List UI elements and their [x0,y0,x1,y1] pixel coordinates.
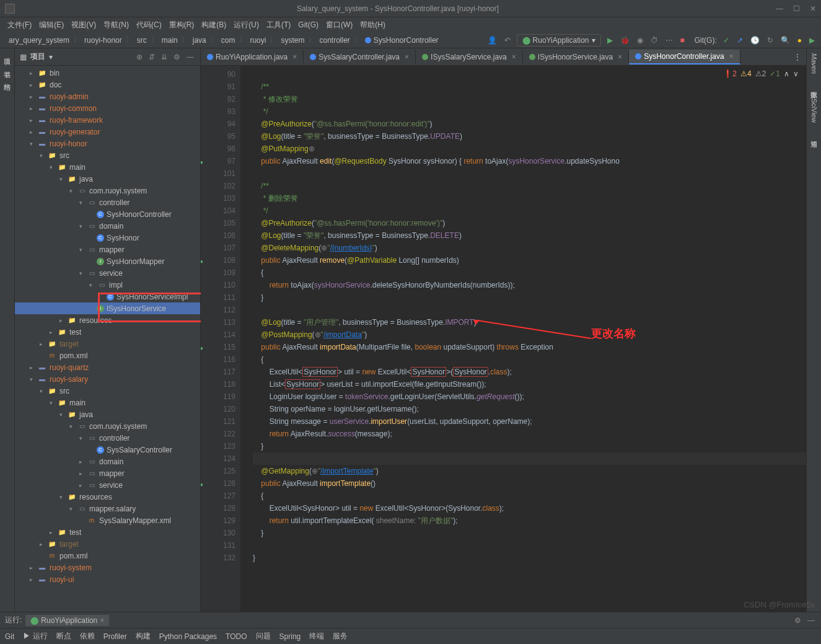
tree-item[interactable]: mSysSalaryMapper.xml [15,514,200,526]
breadcrumb-item[interactable]: ary_query_system [5,35,73,46]
tree-arrow-icon[interactable]: ▸ [40,341,47,347]
bottom-tab[interactable]: Git [5,632,14,641]
menu-item[interactable]: 编辑(E) [37,19,66,32]
bottom-tab[interactable]: 依赖 [80,631,95,642]
tree-item[interactable]: ▾▭service [15,267,200,279]
code-line[interactable]: { [253,490,806,502]
tree-item[interactable]: ▸▭service [15,479,200,491]
bottom-tab[interactable]: 断点 [56,631,71,642]
editor-tab[interactable]: SysSalaryController.java× [304,50,416,64]
tree-arrow-icon[interactable]: ▾ [79,223,87,229]
tree-arrow-icon[interactable]: ▸ [30,94,37,100]
tree-arrow-icon[interactable]: ▾ [79,270,87,276]
code-line[interactable]: */ [253,105,806,118]
tree-arrow-icon[interactable]: ▸ [59,317,67,324]
bottom-tab[interactable]: Python Packages [159,632,217,641]
gutter-line[interactable]: 117 [201,366,235,378]
gutter-line[interactable]: 120 [201,403,235,415]
gutter-line[interactable]: 104 [201,205,235,217]
tree-item[interactable]: ▾▬ruoyi-salary [15,373,200,385]
tree-arrow-icon[interactable]: ▾ [50,164,57,170]
ide-feature-icon[interactable]: ● [796,35,803,46]
tree-arrow-icon[interactable]: ▸ [79,470,87,477]
close-icon[interactable]: × [100,616,104,625]
gutter-line[interactable]: 95 [201,130,235,143]
close-icon[interactable]: × [618,53,622,61]
tree-arrow-icon[interactable]: ▸ [30,105,37,112]
back-icon[interactable]: ↶ [503,35,512,46]
menu-item[interactable]: 窗口(W) [323,19,355,32]
tree-arrow-icon[interactable]: ▾ [79,435,87,441]
code-line[interactable]: @DeleteMapping(⊕"/{numberIds}") [253,242,806,254]
tree-arrow-icon[interactable]: ▸ [30,129,37,135]
tree-item[interactable]: CSysHonorController [15,208,200,220]
editor-tab[interactable]: SysHonorController.java× [629,50,740,64]
menu-item[interactable]: 工具(T) [264,19,293,32]
editor-tab[interactable]: ISysHonorService.java× [523,50,629,64]
settings-icon[interactable]: ⚙ [172,51,182,63]
user-icon[interactable]: 👤 [486,35,498,46]
tree-item[interactable]: ▸📁target [15,538,200,550]
gutter-line[interactable]: 125 [201,465,235,477]
tree-item[interactable]: ▸▬ruoyi-quartz [15,361,200,373]
gutter-line[interactable]: 121 [201,415,235,428]
code-line[interactable]: @Log(title = "荣誉", businessType = Busine… [253,130,806,143]
tree-arrow-icon[interactable]: ▸ [30,364,37,371]
tree-item[interactable]: ▾▭mapper [15,244,200,255]
code-line[interactable]: @PreAuthorize("@ss.hasPermi('honor:honor… [253,217,806,229]
tree-arrow-icon[interactable]: ▾ [59,176,67,182]
close-button[interactable]: ✕ [810,4,816,13]
gutter-line[interactable]: 91 [201,81,235,93]
bottom-tab[interactable]: Profiler [103,632,127,641]
code-line[interactable]: return toAjax(sysHonorService.deleteSysH… [253,279,806,291]
code-line[interactable]: } [253,552,806,564]
tree-arrow-icon[interactable]: ▸ [30,70,37,76]
code-line[interactable]: } [253,527,806,539]
gutter-line[interactable]: 90 [201,68,235,81]
git-history-icon[interactable]: 🕓 [749,35,761,46]
tree-item[interactable]: ▸📁resources [15,314,200,326]
hide-icon[interactable]: — [806,615,816,626]
bottom-tab[interactable]: 服务 [333,631,348,642]
gutter-line[interactable]: 111 [201,291,235,304]
close-icon[interactable]: × [405,53,409,61]
tree-arrow-icon[interactable]: ▾ [69,506,77,512]
tree-arrow-icon[interactable]: ▾ [79,247,87,253]
tree-arrow-icon[interactable]: ▾ [30,376,37,382]
gutter-line[interactable]: 112 [201,304,235,316]
gutter-line[interactable]: 94 [201,118,235,130]
inspection-widget[interactable]: ❗2 ⚠4 ⚠2 ✓1 ∧ ∨ [721,68,801,79]
code-line[interactable]: { [253,267,806,279]
breadcrumb-item[interactable]: main [158,35,182,46]
gutter-line[interactable]: 101 [201,167,235,180]
gutter-line[interactable]: 119 [201,390,235,403]
code-line[interactable]: public AjaxResult remove(@PathVariable L… [253,254,806,267]
tree-arrow-icon[interactable]: ▸ [30,565,37,571]
up-icon[interactable]: ∧ [784,69,789,78]
run-tab[interactable]: ⬤ RuoYiApplication × [25,615,109,626]
code-line[interactable]: @GetMapping(⊕"/importTemplate") [253,465,806,477]
tree-item[interactable]: ▾▬ruoyi-honor [15,138,200,149]
code-line[interactable]: String operName = loginUser.getUsername(… [253,403,806,415]
git-rollback-icon[interactable]: ↻ [766,35,775,46]
code-line[interactable]: public AjaxResult importTemplate() [253,477,806,490]
code-line[interactable]: */ [253,205,806,217]
code-line[interactable]: LoginUser loginUser = tokenService.getLo… [253,390,806,403]
gutter-line[interactable]: 92 [201,93,235,105]
tree-item[interactable]: CSysHonor [15,232,200,244]
gutter-line[interactable]: 126● [201,477,235,490]
gutter-line[interactable]: 96 [201,143,235,155]
breadcrumb-item[interactable]: ruoyi-honor [81,35,126,46]
menu-item[interactable]: 代码(C) [134,19,164,32]
tree-item[interactable]: ▸📁bin [15,67,200,79]
code-line[interactable]: * 修改荣誉 [253,93,806,105]
gutter-line[interactable]: 105 [201,217,235,229]
tree-item[interactable]: ISysHonorMapper [15,255,200,267]
tree-arrow-icon[interactable]: ▾ [79,200,87,206]
tree-item[interactable]: ▸▬ruoyi-framework [15,114,200,126]
code-line[interactable]: * 删除荣誉 [253,192,806,205]
tool-tab[interactable]: Maven [810,53,818,74]
tree-arrow-icon[interactable]: ▾ [40,388,47,394]
gutter-line[interactable]: 106 [201,229,235,242]
gutter[interactable]: 9091929394959697●10110210310410510610710… [201,66,240,612]
